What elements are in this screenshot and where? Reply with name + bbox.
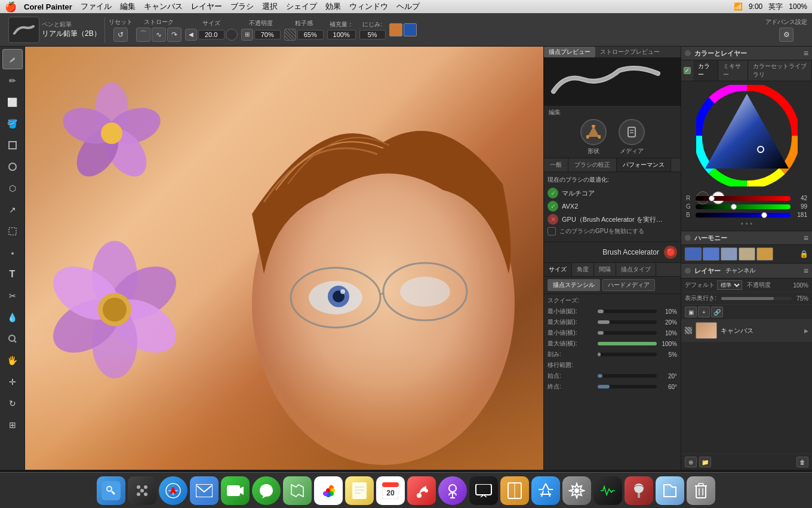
dock-launchpad[interactable] [128, 476, 156, 505]
dock-music[interactable] [407, 476, 436, 505]
dock-facetime[interactable] [221, 476, 250, 505]
layer-menu-icon[interactable]: ≡ [804, 266, 808, 276]
pitch-track[interactable] [598, 353, 657, 356]
group-layer-btn[interactable]: 📁 [699, 457, 711, 467]
dock-trash[interactable] [687, 476, 715, 505]
color-set-tab[interactable]: カラーセットライブラリ [748, 60, 812, 81]
apple-menu[interactable]: 🍎 [5, 1, 17, 13]
new-layer-btn[interactable]: ⊕ [685, 457, 697, 467]
harmony-swatch-3[interactable] [721, 247, 737, 261]
harmony-close[interactable] [685, 235, 691, 241]
stroke-style-1[interactable]: ⌒ [136, 27, 150, 42]
menubar-shape[interactable]: シェイプ [286, 1, 317, 12]
size-input[interactable] [198, 30, 224, 39]
menubar-brush[interactable]: ブラシ [230, 1, 254, 12]
panel-menu-icon[interactable]: ≡ [804, 48, 808, 58]
tool-eraser[interactable]: ⬜ [2, 92, 23, 112]
tool-mirror[interactable]: ⊞ [2, 415, 23, 435]
dock-finder[interactable] [97, 476, 125, 505]
menubar-effects[interactable]: 効果 [325, 1, 341, 12]
channel-tab[interactable]: チャンネル [721, 265, 760, 276]
dab-preview-tab[interactable]: 描点プレビュー [544, 47, 595, 57]
brush-accelerator-icon[interactable]: 🔴 [664, 246, 677, 259]
dock-mail[interactable] [190, 476, 219, 505]
stroke-style-3[interactable]: ↷ [167, 27, 182, 42]
tool-brush[interactable] [2, 49, 23, 69]
tool-fill[interactable]: 🪣 [2, 114, 23, 134]
reink-input[interactable] [327, 30, 356, 39]
r-track[interactable] [696, 196, 791, 201]
reset-button[interactable]: ↺ [113, 27, 128, 42]
menubar-window[interactable]: ウィンドウ [349, 1, 388, 12]
media-edit-button[interactable] [619, 119, 645, 145]
dock-painter[interactable] [625, 476, 653, 505]
g-track[interactable] [696, 204, 791, 209]
tool-text[interactable]: T [2, 264, 23, 284]
spacing-tab[interactable]: 間隔 [594, 263, 616, 276]
bleed-input[interactable] [359, 30, 386, 39]
harmony-swatch-2[interactable] [703, 247, 719, 261]
harmony-swatch-5[interactable] [756, 247, 773, 261]
dock-activity[interactable] [593, 476, 622, 505]
stroke-style-2[interactable]: ∿ [152, 27, 166, 42]
background-color[interactable] [404, 23, 417, 36]
menubar-canvas[interactable]: キャンバス [144, 1, 183, 12]
dock-settings[interactable] [562, 476, 591, 505]
color-tab-check[interactable]: ✓ [684, 67, 691, 74]
tool-transform[interactable]: ↗ [2, 200, 23, 220]
max-vert-track[interactable] [598, 320, 657, 324]
dock-files[interactable] [656, 476, 684, 505]
menubar-select[interactable]: 選択 [262, 1, 278, 12]
tool-pan[interactable]: ✛ [2, 372, 23, 392]
brush-preview-box[interactable] [8, 17, 39, 43]
stroke-preview-tab[interactable]: ストロークプレビュー [595, 47, 665, 57]
tool-selection[interactable]: ⬡ [2, 178, 23, 198]
r-thumb[interactable] [709, 195, 715, 201]
harmony-lock-icon[interactable]: 🔒 [799, 250, 808, 258]
size-tab[interactable]: サイズ [544, 263, 572, 276]
size-icon[interactable] [226, 29, 238, 41]
harmony-swatch-4[interactable] [739, 247, 755, 261]
layer-expand-icon[interactable]: ▸ [804, 326, 808, 335]
grain-pattern[interactable] [284, 29, 296, 41]
min-vert-track[interactable] [598, 310, 657, 313]
tool-zoom[interactable] [2, 329, 23, 349]
layer-mode-select[interactable]: 標準 [717, 280, 742, 290]
tool-shape[interactable] [2, 135, 23, 155]
min-horiz-track[interactable] [598, 331, 657, 335]
angle-tab[interactable]: 角度 [572, 263, 594, 276]
tab-performance[interactable]: パフォーマンス [617, 158, 671, 172]
dock-safari[interactable] [159, 476, 187, 505]
color-wheel[interactable] [696, 85, 798, 186]
layer-new[interactable]: + [698, 307, 710, 317]
menubar-help[interactable]: ヘルプ [396, 1, 420, 12]
dock-maps[interactable] [283, 476, 312, 505]
dock-books[interactable] [500, 476, 529, 505]
dock-photos[interactable] [314, 476, 343, 505]
b-track[interactable] [696, 213, 791, 218]
panel-close[interactable] [685, 50, 691, 56]
shape-edit-button[interactable] [580, 119, 607, 145]
dock-calendar[interactable]: 20 [376, 476, 405, 505]
layer-checkerboard[interactable]: ▣ [685, 307, 697, 317]
tab-calibration[interactable]: ブラシの較正 [568, 158, 617, 172]
menubar-edit[interactable]: 編集 [120, 1, 136, 12]
dock-notes[interactable] [345, 476, 374, 505]
size-decrease[interactable]: ◀ [185, 29, 197, 41]
max-horiz-track[interactable] [598, 342, 657, 345]
layer-close-btn[interactable] [685, 268, 691, 274]
g-thumb[interactable] [731, 204, 737, 210]
display-depth-track[interactable] [721, 297, 792, 300]
tool-eyedropper[interactable]: 💧 [2, 307, 23, 328]
start-track[interactable] [598, 374, 657, 378]
tab-general[interactable]: 一般 [544, 158, 568, 172]
menubar-app[interactable]: Corel Painter [24, 2, 72, 11]
canvas-area[interactable] [25, 47, 543, 470]
menubar-layer[interactable]: レイヤー [191, 1, 222, 12]
b-thumb[interactable] [761, 212, 767, 218]
opacity-pattern[interactable]: ⊞ [241, 29, 253, 41]
dock-messages[interactable] [252, 476, 281, 505]
tool-ellipse[interactable] [2, 157, 23, 177]
menubar-file[interactable]: ファイル [81, 1, 112, 12]
delete-layer-btn[interactable]: 🗑 [796, 457, 808, 467]
